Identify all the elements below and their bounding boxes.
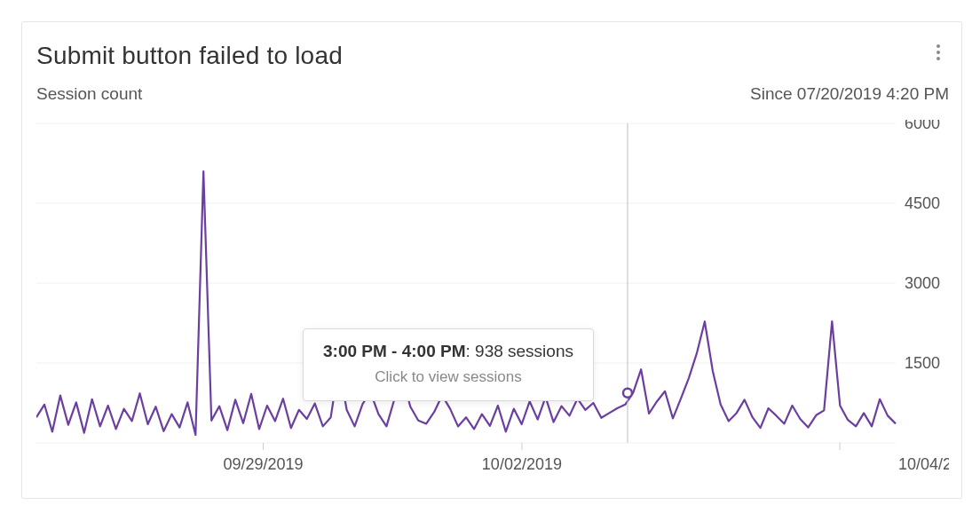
tooltip-time: 3:00 PM - 4:00 PM	[323, 342, 466, 360]
chart-card: Submit button failed to load Session cou…	[21, 21, 962, 499]
y-tick-label: 4500	[905, 194, 940, 212]
y-tick-label: 6000	[905, 120, 940, 132]
chart-area[interactable]: 150030004500600009/29/201910/02/201910/0…	[36, 120, 949, 493]
more-options-icon[interactable]	[928, 42, 949, 63]
tooltip-title: 3:00 PM - 4:00 PM: 938 sessions	[323, 342, 573, 361]
time-range-label: Since 07/20/2019 4:20 PM	[750, 84, 949, 104]
y-axis-label: Session count	[36, 84, 142, 104]
y-tick-label: 1500	[905, 354, 940, 372]
subtitle-row: Session count Since 07/20/2019 4:20 PM	[36, 84, 949, 104]
line-chart-svg[interactable]: 150030004500600009/29/201910/02/201910/0…	[36, 120, 949, 493]
x-tick-label: 10/04/2019	[898, 455, 949, 473]
x-tick-label: 10/02/2019	[482, 455, 562, 473]
hover-point	[623, 389, 632, 398]
x-tick-label: 09/29/2019	[224, 455, 304, 473]
card-title: Submit button failed to load	[36, 42, 343, 70]
y-tick-label: 3000	[905, 274, 940, 292]
chart-tooltip[interactable]: 3:00 PM - 4:00 PM: 938 sessions Click to…	[303, 328, 594, 401]
tooltip-value: 938 sessions	[475, 342, 573, 360]
tooltip-sub: Click to view sessions	[323, 368, 573, 386]
